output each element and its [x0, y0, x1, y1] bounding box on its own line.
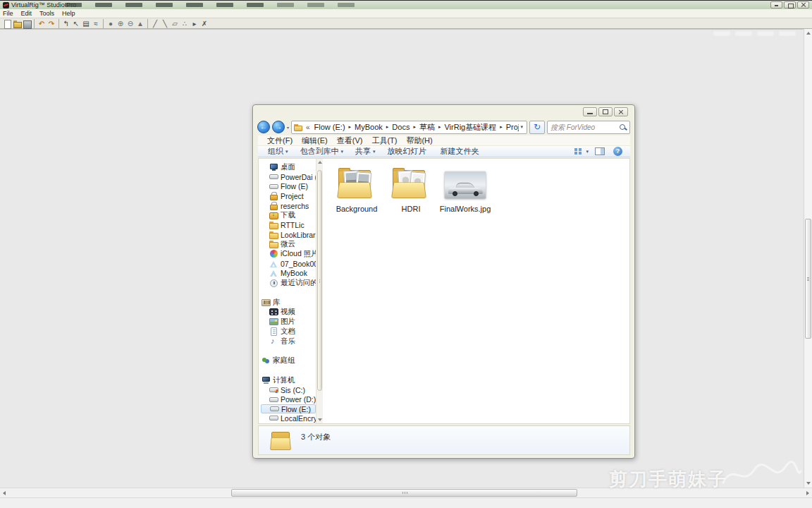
explorer-maximize-button[interactable] [598, 107, 613, 116]
sidebar-item-computer[interactable]: 计算机 [261, 375, 316, 385]
search-input[interactable] [550, 123, 619, 131]
maximize-button[interactable] [784, 1, 796, 8]
explorer-minimize-button[interactable] [583, 107, 597, 116]
scroll-up-icon[interactable] [318, 161, 322, 164]
signal-tool-icon[interactable]: ≈ [91, 19, 101, 28]
change-view-icon[interactable]: ▾ [574, 147, 589, 155]
explorer-menu-tools[interactable]: 工具(T) [371, 135, 397, 146]
back-button[interactable] [257, 121, 270, 133]
sidebar-item-music[interactable]: 音乐 [261, 337, 316, 346]
new-folder-button[interactable]: 新建文件夹 [441, 146, 481, 157]
sidebar-item-recent-places[interactable]: 最近访问的位置 [261, 278, 316, 288]
scroll-left-icon[interactable] [3, 491, 6, 495]
sidebar-item-label: 视频 [281, 307, 295, 317]
new-file-icon[interactable] [2, 19, 12, 28]
scroll-down-icon[interactable] [318, 418, 322, 421]
sidebar-item-reserchs[interactable]: reserchs [261, 201, 316, 211]
sidebar-item-flow-e[interactable]: Flow (E) [261, 181, 316, 191]
canvas-vertical-scrollbar[interactable] [804, 29, 812, 488]
refresh-button[interactable]: ↻ [529, 121, 545, 134]
explorer-menu-view[interactable]: 查看(V) [337, 135, 363, 146]
sidebar-item-flow-e-drive[interactable]: Flow (E:) [261, 404, 316, 413]
delete-tool-icon[interactable]: ✗ [199, 19, 209, 28]
organize-button[interactable]: 组织 ▾ [268, 146, 288, 157]
horizontal-scroll-thumb[interactable] [231, 489, 577, 497]
include-in-library-button[interactable]: 包含到库中 ▾ [300, 146, 344, 157]
points-tool-icon[interactable]: ∴ [180, 19, 190, 28]
breadcrumb-overflow-chevron[interactable]: « [304, 123, 312, 131]
preview-pane-icon[interactable] [595, 147, 607, 155]
sidebar-item-rttlic[interactable]: RTTLic [261, 220, 316, 230]
breadcrumb[interactable]: «Flow (E:)▸MyBook▸Docs▸草稿▸VirRig基础课程▸Pro… [291, 121, 527, 134]
slideshow-button[interactable]: 放映幻灯片 [388, 146, 429, 157]
search-box[interactable] [547, 121, 630, 134]
scroll-right-icon[interactable] [806, 491, 809, 495]
sidebar-item-power-d[interactable]: Power (D:) [261, 394, 316, 404]
breadcrumb-caogao[interactable]: 草稿 [417, 122, 438, 133]
breadcrumb-virrig-course[interactable]: VirRig基础课程 [441, 122, 499, 133]
save-icon[interactable] [22, 19, 32, 28]
curve-tool-icon[interactable]: ╲ [160, 19, 170, 28]
scroll-up-icon[interactable] [806, 32, 811, 35]
toolbar-separator[interactable] [145, 19, 150, 28]
toolbar-separator[interactable] [101, 19, 106, 28]
sidebar-item-homegroup[interactable]: 家庭组 [261, 356, 316, 365]
forward-button[interactable] [272, 121, 285, 133]
sidebar-item-libraries[interactable]: 库 [261, 298, 316, 308]
close-button[interactable] [797, 1, 809, 8]
sidebar-item-videos[interactable]: 视频 [261, 308, 316, 318]
undo-icon[interactable]: ↶ [37, 19, 47, 28]
toolbar-separator[interactable] [56, 19, 61, 28]
sidebar-item-pictures[interactable]: 图片 [261, 317, 316, 327]
sidebar-item-powerdai-d[interactable]: PowerDai (D) [261, 172, 316, 182]
breadcrumb-mybook[interactable]: MyBook [352, 123, 386, 131]
sidebar-item-localencry-f[interactable]: LocalEncry (F:) [261, 413, 316, 423]
zoom-in-icon[interactable]: ⊕ [116, 19, 125, 28]
sidebar-item-mybook[interactable]: MyBook [261, 269, 316, 279]
file-hdri-folder[interactable]: HDRI [386, 163, 436, 213]
sidebar-scroll-thumb[interactable] [317, 170, 322, 391]
minimize-button[interactable] [770, 1, 782, 8]
sidebar-item-project[interactable]: Project [261, 191, 316, 201]
duplicate-tool-icon[interactable]: ▤ [81, 19, 91, 28]
help-icon[interactable]: ? [613, 147, 625, 156]
menu-file[interactable]: File [3, 10, 13, 17]
breadcrumb-proj[interactable]: Proj [503, 123, 519, 131]
zoom-out-icon[interactable]: ⊖ [125, 19, 135, 28]
open-file-icon[interactable] [12, 19, 22, 28]
scroll-down-icon[interactable] [806, 482, 811, 485]
export-tool-icon[interactable]: ↰ [61, 19, 71, 28]
toolbar-separator[interactable] [32, 19, 37, 28]
sidebar-item-weiyun[interactable]: 微云 [261, 240, 316, 250]
cone-tool-icon[interactable]: ▲ [135, 19, 145, 28]
sphere-tool-icon[interactable]: ● [106, 19, 116, 28]
sidebar-item-07-book00[interactable]: 07_Book00 [261, 259, 316, 269]
sidebar-item-icloud-photos[interactable]: iCloud 照片 [261, 249, 316, 259]
cursor-tool-icon[interactable]: ↖ [71, 19, 81, 28]
explorer-close-button[interactable] [614, 107, 628, 116]
sidebar-item-looklibraries[interactable]: LookLibraries [261, 230, 316, 240]
history-dropdown-icon[interactable]: ▾ [287, 125, 289, 130]
play-tool-icon[interactable]: ▸ [190, 19, 199, 28]
redo-icon[interactable]: ↷ [47, 19, 56, 28]
sidebar-item-documents[interactable]: 文档 [261, 327, 316, 337]
explorer-menu-help[interactable]: 帮助(H) [406, 135, 432, 146]
plane-tool-icon[interactable]: ▱ [170, 19, 180, 28]
line-tool-icon[interactable]: ╱ [150, 19, 160, 28]
explorer-menu-file[interactable]: 文件(F) [267, 135, 293, 146]
breadcrumb-docs[interactable]: Docs [389, 123, 412, 131]
sidebar-scrollbar[interactable] [316, 159, 323, 423]
address-dropdown-icon[interactable]: ▾ [519, 124, 524, 130]
breadcrumb-flow-e[interactable]: Flow (E:) [312, 123, 348, 131]
file-finalworks-image[interactable]: FinalWorks.jpg [440, 163, 491, 213]
explorer-menu-edit[interactable]: 编辑(E) [302, 135, 328, 146]
menu-edit[interactable]: Edit [21, 10, 32, 17]
vertical-scroll-thumb[interactable] [805, 219, 811, 339]
menu-tools[interactable]: Tools [39, 10, 54, 17]
menu-help[interactable]: Help [62, 10, 75, 17]
share-button[interactable]: 共享 ▾ [355, 146, 376, 157]
sidebar-item-sis-c[interactable]: Sis (C:) [261, 385, 316, 395]
sidebar-item-downloads[interactable]: 下载 [261, 210, 316, 220]
sidebar-item-desktop[interactable]: 桌面 [261, 162, 316, 172]
file-background-folder[interactable]: Background [331, 163, 382, 213]
